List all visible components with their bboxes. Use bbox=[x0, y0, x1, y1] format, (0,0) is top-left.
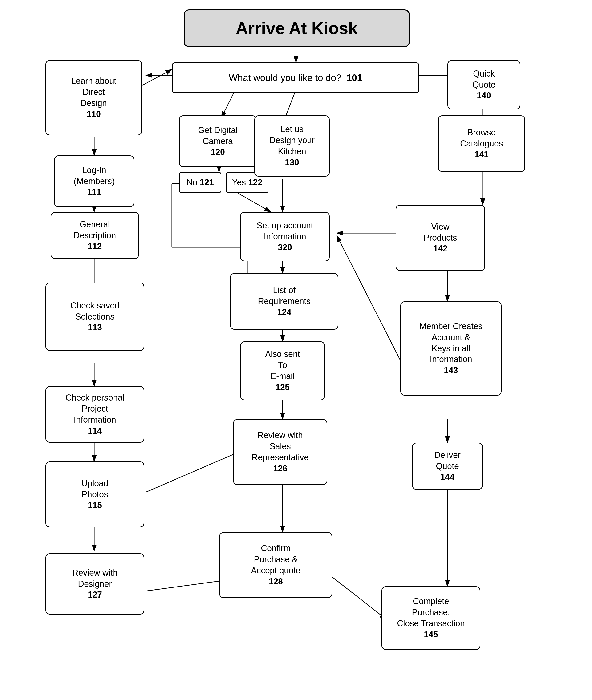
title-text: Arrive At Kiosk bbox=[236, 18, 358, 38]
node-120: Get DigitalCamera120 bbox=[179, 115, 257, 167]
node-144-label: DeliverQuote144 bbox=[434, 450, 460, 483]
node-114-label: Check personalProjectInformation114 bbox=[65, 392, 124, 436]
node-127-label: Review withDesigner127 bbox=[72, 567, 117, 600]
node-112-label: GeneralDescription112 bbox=[73, 219, 116, 252]
node-111-label: Log-In(Members)111 bbox=[74, 165, 115, 198]
node-130-label: Let usDesign yourKitchen130 bbox=[269, 124, 314, 168]
node-125: Also sentToE-mail125 bbox=[240, 341, 325, 400]
node-101: What would you like to do? 101 bbox=[172, 62, 419, 93]
node-126: Review withSalesRepresentative126 bbox=[233, 419, 327, 485]
node-320: Set up accountInformation320 bbox=[240, 212, 330, 261]
svg-line-29 bbox=[337, 236, 400, 360]
node-115: UploadPhotos115 bbox=[45, 461, 144, 528]
node-142-label: ViewProducts142 bbox=[424, 221, 457, 254]
node-140-label: QuickQuote140 bbox=[473, 68, 495, 101]
node-128-label: ConfirmPurchase &Accept quote128 bbox=[251, 543, 300, 587]
node-111: Log-In(Members)111 bbox=[54, 155, 134, 207]
node-120-label: Get DigitalCamera120 bbox=[198, 125, 238, 158]
node-124: List ofRequirements124 bbox=[230, 273, 338, 330]
node-143-label: Member CreatesAccount &Keys in allInform… bbox=[420, 321, 483, 376]
node-122-label: Yes 122 bbox=[232, 178, 262, 188]
svg-line-16 bbox=[238, 193, 271, 212]
node-142: ViewProducts142 bbox=[396, 205, 485, 271]
node-110-label: Learn aboutDirectDesign110 bbox=[71, 76, 116, 119]
node-125-label: Also sentToE-mail125 bbox=[265, 349, 300, 393]
node-141: BrowseCatalogues141 bbox=[438, 115, 525, 172]
node-110: Learn aboutDirectDesign110 bbox=[45, 60, 142, 135]
node-114: Check personalProjectInformation114 bbox=[45, 386, 144, 443]
node-140: QuickQuote140 bbox=[447, 60, 521, 109]
node-121-label: No 121 bbox=[187, 178, 214, 188]
node-130: Let usDesign yourKitchen130 bbox=[254, 115, 330, 177]
svg-line-26 bbox=[332, 577, 386, 619]
title-node: Arrive At Kiosk bbox=[184, 9, 410, 47]
node-143: Member CreatesAccount &Keys in allInform… bbox=[400, 301, 502, 396]
node-145-label: CompletePurchase;Close Transaction145 bbox=[397, 596, 465, 640]
node-124-label: List ofRequirements124 bbox=[258, 285, 311, 318]
node-113-label: Check savedSelections113 bbox=[70, 300, 119, 333]
node-128: ConfirmPurchase &Accept quote128 bbox=[219, 532, 332, 598]
diagram-container: Arrive At Kiosk What would you like to d… bbox=[0, 0, 592, 700]
node-112: GeneralDescription112 bbox=[51, 212, 139, 259]
node-127: Review withDesigner127 bbox=[45, 553, 144, 614]
node-145: CompletePurchase;Close Transaction145 bbox=[382, 586, 480, 650]
node-320-label: Set up accountInformation320 bbox=[257, 220, 313, 253]
node-101-label: What would you like to do? 101 bbox=[229, 72, 362, 83]
node-121: No 121 bbox=[179, 172, 221, 193]
node-113: Check savedSelections113 bbox=[45, 283, 144, 351]
node-144: DeliverQuote144 bbox=[412, 443, 483, 490]
node-141-label: BrowseCatalogues141 bbox=[460, 127, 503, 160]
svg-line-33 bbox=[139, 69, 172, 87]
node-115-label: UploadPhotos115 bbox=[82, 478, 108, 511]
svg-line-3 bbox=[221, 90, 236, 118]
node-126-label: Review withSalesRepresentative126 bbox=[252, 430, 309, 474]
